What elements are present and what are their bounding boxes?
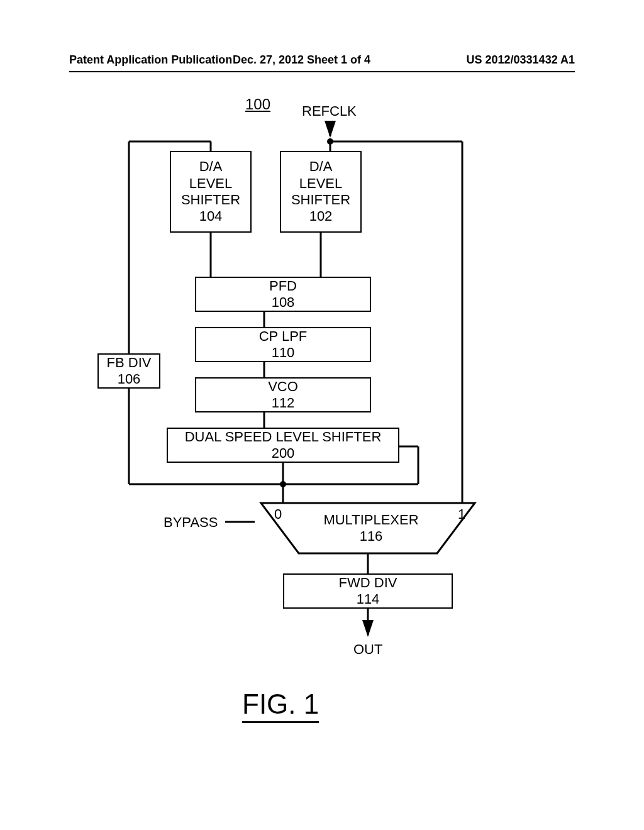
cplpf-name: CP LPF [259,328,308,345]
out-label: OUT [353,641,382,658]
cplpf-num: 110 [272,345,295,361]
block-cp-lpf: CP LPF 110 [195,327,371,362]
figure-label: FIG. 1 [242,689,319,723]
ls102-line1: D/A [309,158,333,175]
fbdiv-name: FB DIV [107,355,152,371]
ls104-line1: D/A [199,158,223,175]
pfd-num: 108 [272,294,295,311]
mux-in0: 0 [274,506,282,523]
dual-name: DUAL SPEED LEVEL SHIFTER [185,429,382,445]
ls102-num: 102 [309,208,333,224]
ls104-num: 104 [199,208,223,224]
mux-name: MULTIPLEXER [308,512,434,528]
ref-number: 100 [245,96,270,113]
mux-num: 116 [308,528,434,545]
block-fwd-div: FWD DIV 114 [283,573,453,609]
vco-num: 112 [272,395,295,411]
fbdiv-num: 106 [118,371,141,387]
ls104-line3: SHIFTER [181,192,240,208]
ls102-line3: SHIFTER [291,192,350,208]
header-center: Dec. 27, 2012 Sheet 1 of 4 [233,53,370,67]
fwddiv-name: FWD DIV [339,575,397,591]
block-level-shifter-104: D/A LEVEL SHIFTER 104 [170,151,252,233]
ls102-line2: LEVEL [299,175,343,192]
header-right: US 2012/0331432 A1 [467,53,575,67]
svg-point-1 [327,138,333,145]
block-dual-ls: DUAL SPEED LEVEL SHIFTER 200 [167,428,399,463]
block-fb-div: FB DIV 106 [97,353,160,389]
pfd-name: PFD [269,278,297,294]
block-vco: VCO 112 [195,377,371,412]
block-level-shifter-102: D/A LEVEL SHIFTER 102 [280,151,362,233]
fwddiv-num: 114 [357,591,380,607]
block-pfd: PFD 108 [195,277,371,312]
refclk-label: REFCLK [302,103,357,119]
bypass-label: BYPASS [164,514,218,531]
svg-point-13 [280,481,286,487]
dual-num: 200 [272,445,295,462]
header-rule [69,71,575,72]
ls104-line2: LEVEL [189,175,233,192]
vco-name: VCO [268,379,298,395]
header-left: Patent Application Publication [69,53,232,67]
mux-in1: 1 [458,506,465,523]
